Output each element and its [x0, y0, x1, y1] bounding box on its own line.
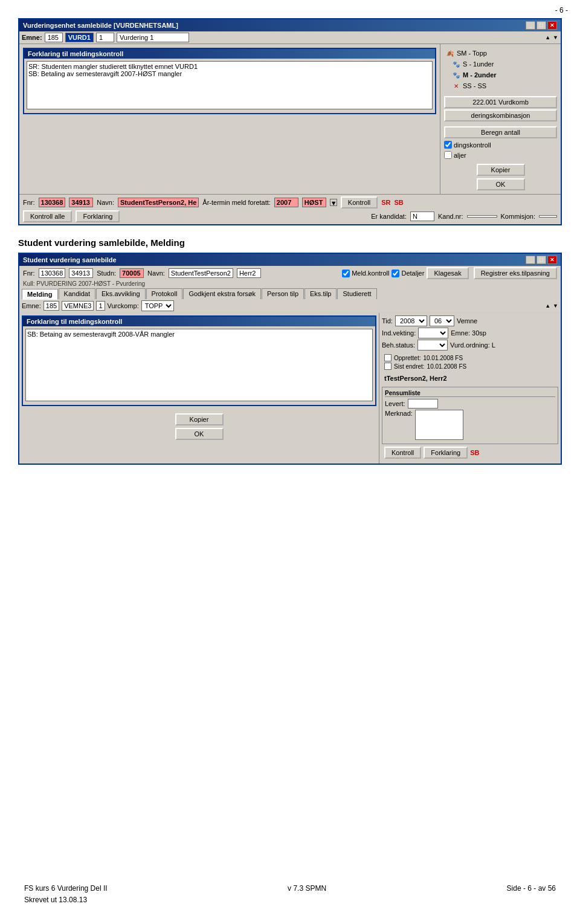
forklaring-textarea-2[interactable] [25, 329, 373, 401]
aljer-checkbox-row: aljer [444, 151, 557, 159]
window1: Vurderingsenhet samlebilde [VURDENHETSAM… [18, 18, 562, 225]
w2-fnr-val: 130368 [39, 268, 66, 278]
beh-status-select[interactable] [417, 340, 448, 351]
emne-value: 185 [45, 33, 63, 42]
tid-month-select[interactable]: 06 [430, 315, 454, 326]
window2: Student vurdering samlebilde _ □ ✕ Fnr: … [18, 253, 562, 465]
kommisjon-label: Kommisjon: [501, 213, 535, 220]
tree-s-under-label: S - 1under [463, 60, 494, 68]
kontroll-btn-2[interactable]: Kontroll [384, 447, 421, 459]
forklaring-dialog2: Forklaring til meldingskontroll [22, 315, 376, 406]
detaljer-check-row: Detaljer [392, 270, 424, 277]
ok-btn-1[interactable]: OK [477, 178, 525, 190]
tab-eks-tilp[interactable]: Eks.tilp [304, 288, 337, 299]
registrer-btn[interactable]: Registrer eks.tilpasning [474, 267, 557, 279]
tab-eks-avvikling[interactable]: Eks.avvikling [96, 288, 146, 299]
emne-code: VURD1 [65, 33, 94, 42]
window1-title: Vurderingsenhet samlebilde [VURDENHETSAM… [23, 22, 178, 29]
levert-input[interactable] [408, 399, 438, 409]
detaljer-checkbox[interactable] [392, 270, 399, 277]
w2-minimize-btn[interactable]: _ [526, 256, 535, 264]
window1-bottom-bar: Fnr: 130368 34913 Navn: StudentTestPerso… [19, 194, 561, 210]
termin-dropdown-icon[interactable]: ▼ [330, 199, 337, 206]
beh-status-row: Beh.status: Vurd.ordning: L [382, 340, 558, 351]
tab-melding[interactable]: Melding [22, 289, 58, 300]
tree-item-topp: 🍂 SM - Topp [444, 48, 557, 59]
close-btn[interactable]: ✕ [547, 21, 557, 30]
sist-endret-checkbox[interactable] [384, 363, 392, 370]
ind-vekting-select[interactable] [418, 328, 448, 338]
tab-studierett[interactable]: Studierett [337, 288, 376, 299]
forklaring-dialog: Forklaring til meldingskontroll // Will … [23, 48, 436, 114]
kontroll-alle-btn[interactable]: Kontroll alle [23, 210, 72, 222]
klagesak-btn[interactable]: Klagesak [427, 267, 468, 279]
beregn-area: Beregn antall dingskontroll aljer [442, 124, 559, 161]
footer-right: Side - 6 - av 56 [507, 883, 556, 906]
forklaring-btn-2[interactable]: Forklaring [424, 447, 468, 459]
meldingskontroll-checkbox-row: dingskontroll [444, 141, 557, 149]
artermin-label: År-termin meld foretatt: [202, 199, 270, 206]
termin-val: HØST [302, 198, 326, 207]
kand-nr-val [467, 215, 497, 218]
scroll-up-icon-2[interactable]: ▲ [545, 303, 550, 309]
s-under-icon: 🐾 [451, 59, 461, 69]
merknad-textarea[interactable] [415, 410, 463, 440]
w2-studn-label: Studn: [97, 270, 116, 277]
deringskombinasjon-btn[interactable]: deringskombinasjon [444, 109, 557, 121]
scroll-down-icon[interactable]: ▼ [553, 34, 558, 40]
tid-year-select[interactable]: 2008 [395, 315, 427, 326]
minimize-btn[interactable]: _ [526, 21, 535, 30]
opprettet-checkbox[interactable] [384, 354, 392, 361]
sb-label-2: SB [470, 449, 479, 456]
aljer-checkbox[interactable] [444, 151, 452, 159]
forklaring-dialog2-title: Forklaring til meldingskontroll [23, 317, 375, 326]
w2-studn-val: 70005 [120, 268, 144, 278]
kopier-btn-1[interactable]: Kopier [477, 164, 525, 176]
kopier-btn-2[interactable]: Kopier [175, 413, 224, 425]
kontroll-btn-1[interactable]: Kontroll [341, 196, 378, 208]
meld-kontroll-checkbox[interactable] [342, 270, 350, 277]
topp-icon: 🍂 [445, 48, 455, 58]
sist-endret-row: Sist endret: 10.01.2008 FS [384, 363, 556, 370]
vurdkomb-btn[interactable]: 222.001 Vurdkomb [444, 96, 557, 108]
window2-titlebar: Student vurdering samlebilde _ □ ✕ [19, 254, 561, 266]
beregn-antall-btn[interactable]: Beregn antall [444, 126, 557, 138]
tab-protokoll[interactable]: Protokoll [146, 288, 183, 299]
page-number: - 6 - [555, 6, 568, 15]
window1-titlebar: Vurderingsenhet samlebilde [VURDENHETSAM… [19, 19, 561, 31]
kopier-ok-area: Kopier OK [442, 161, 559, 193]
tab-person-tilp[interactable]: Person tilp [262, 288, 304, 299]
window1-main-split: Forklaring til meldingskontroll // Will … [19, 44, 561, 194]
w2-close-btn[interactable]: ✕ [547, 256, 557, 264]
emne30-label: Emne: 30sp [451, 329, 486, 337]
tab-godkjent-ekstra[interactable]: Godkjent ekstra forsøk [183, 288, 261, 299]
tabs-bar: Melding Kandidat Eks.avvikling Protokoll… [19, 287, 561, 299]
forklaring-btn-1[interactable]: Forklaring [76, 210, 120, 222]
sr-label: SR [381, 199, 390, 206]
vurdk-label: Vurckomp: [108, 302, 139, 309]
er-kandidat-label: Er kandidat: [371, 213, 407, 220]
sist-endret-val: 10.01.2008 FS [427, 363, 467, 370]
tab-kandidat[interactable]: Kandidat [59, 288, 95, 299]
tree-m-under-label: M - 2under [463, 71, 497, 79]
pensumlist-box: Pensumliste Levert: Merknad: [382, 387, 558, 444]
scroll-up-icon[interactable]: ▲ [545, 34, 550, 40]
footer-line2: Skrevet ut 13.08.13 [24, 894, 108, 906]
meldingskontroll-label: dingskontroll [454, 141, 491, 149]
w2-fnr-label: Fnr: [23, 270, 35, 277]
meld-kontroll-check-row: Meld.kontroll [342, 270, 389, 277]
maximize-btn[interactable]: □ [536, 21, 546, 30]
forklaring-textarea[interactable] [27, 61, 433, 109]
vurdk-dropdown[interactable]: TOPP [141, 300, 174, 311]
w2-fnr-val2: 34913 [69, 268, 93, 278]
scroll-down-icon-2[interactable]: ▼ [553, 303, 558, 309]
meldingskontroll-checkbox[interactable] [444, 141, 452, 149]
emne-num: 1 [96, 33, 114, 42]
ok-btn-2[interactable]: OK [175, 428, 224, 440]
forklaring-dialog2-content [23, 326, 375, 405]
er-kandidat-val: N [410, 212, 434, 221]
navn-val-1: StudentTestPerson2, He [118, 198, 199, 207]
w2-maximize-btn[interactable]: □ [536, 256, 546, 264]
ind-vekting-label: Ind.vekting: [382, 329, 416, 337]
window2-left: Forklaring til meldingskontroll Kopier O… [19, 313, 379, 464]
